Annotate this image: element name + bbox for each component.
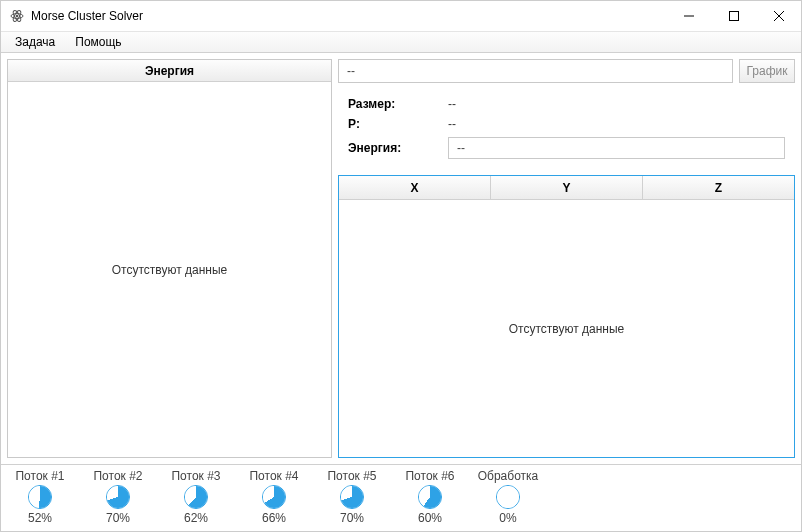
coords-table: X Y Z Отсутствуют данные bbox=[338, 175, 795, 458]
thread-pie-icon bbox=[28, 485, 52, 509]
size-label: Размер: bbox=[348, 97, 448, 111]
col-y[interactable]: Y bbox=[491, 176, 643, 200]
svg-point-3 bbox=[16, 15, 19, 18]
thread-indicator-4: Поток #570% bbox=[321, 469, 383, 525]
window-controls bbox=[666, 1, 801, 31]
thread-pct: 62% bbox=[184, 511, 208, 525]
window-title: Morse Cluster Solver bbox=[31, 9, 143, 23]
app-icon bbox=[9, 8, 25, 24]
col-z[interactable]: Z bbox=[643, 176, 794, 200]
menubar: Задача Помощь bbox=[1, 31, 801, 53]
thread-indicator-2: Поток #362% bbox=[165, 469, 227, 525]
details-area: График Размер: -- P: -- Энергия: X Y Z О… bbox=[338, 59, 795, 458]
thread-indicator-3: Поток #466% bbox=[243, 469, 305, 525]
details-top-row: График bbox=[338, 59, 795, 83]
energy-label: Энергия: bbox=[348, 141, 448, 155]
graph-button[interactable]: График bbox=[739, 59, 795, 83]
table-header-row: X Y Z bbox=[339, 176, 794, 200]
maximize-button[interactable] bbox=[711, 1, 756, 31]
thread-label: Поток #4 bbox=[249, 469, 298, 483]
thread-pie-icon bbox=[340, 485, 364, 509]
p-value: -- bbox=[448, 117, 785, 131]
thread-pie-icon bbox=[106, 485, 130, 509]
minimize-button[interactable] bbox=[666, 1, 711, 31]
thread-label: Поток #3 bbox=[171, 469, 220, 483]
energy-list-empty: Отсутствуют данные bbox=[8, 82, 331, 457]
thread-indicator-5: Поток #660% bbox=[399, 469, 461, 525]
cluster-name-input[interactable] bbox=[338, 59, 733, 83]
menu-task[interactable]: Задача bbox=[5, 33, 65, 51]
thread-pct: 70% bbox=[340, 511, 364, 525]
thread-indicator-6: Обработка0% bbox=[477, 469, 539, 525]
thread-pct: 70% bbox=[106, 511, 130, 525]
thread-pct: 66% bbox=[262, 511, 286, 525]
thread-pie-icon bbox=[262, 485, 286, 509]
thread-pie-icon bbox=[184, 485, 208, 509]
info-panel: Размер: -- P: -- Энергия: bbox=[338, 89, 795, 169]
menu-help[interactable]: Помощь bbox=[65, 33, 131, 51]
info-grid: Размер: -- P: -- Энергия: bbox=[338, 89, 795, 169]
thread-label: Поток #5 bbox=[327, 469, 376, 483]
svg-rect-5 bbox=[729, 12, 738, 21]
thread-pct: 60% bbox=[418, 511, 442, 525]
status-bar: Поток #152%Поток #270%Поток #362%Поток #… bbox=[1, 464, 801, 531]
titlebar: Morse Cluster Solver bbox=[1, 1, 801, 31]
thread-label: Обработка bbox=[478, 469, 539, 483]
thread-label: Поток #6 bbox=[405, 469, 454, 483]
energy-list-panel: Энергия Отсутствуют данные bbox=[7, 59, 332, 458]
thread-label: Поток #2 bbox=[93, 469, 142, 483]
thread-pie-icon bbox=[418, 485, 442, 509]
size-value: -- bbox=[448, 97, 785, 111]
col-x[interactable]: X bbox=[339, 176, 491, 200]
thread-pie-icon bbox=[496, 485, 520, 509]
content-area: Энергия Отсутствуют данные График Размер… bbox=[1, 53, 801, 464]
thread-indicator-1: Поток #270% bbox=[87, 469, 149, 525]
p-label: P: bbox=[348, 117, 448, 131]
table-empty: Отсутствуют данные bbox=[339, 200, 794, 457]
thread-label: Поток #1 bbox=[15, 469, 64, 483]
thread-pct: 52% bbox=[28, 511, 52, 525]
thread-pct: 0% bbox=[499, 511, 516, 525]
energy-column-header[interactable]: Энергия bbox=[8, 60, 331, 82]
close-button[interactable] bbox=[756, 1, 801, 31]
thread-indicator-0: Поток #152% bbox=[9, 469, 71, 525]
energy-value-input[interactable] bbox=[448, 137, 785, 159]
